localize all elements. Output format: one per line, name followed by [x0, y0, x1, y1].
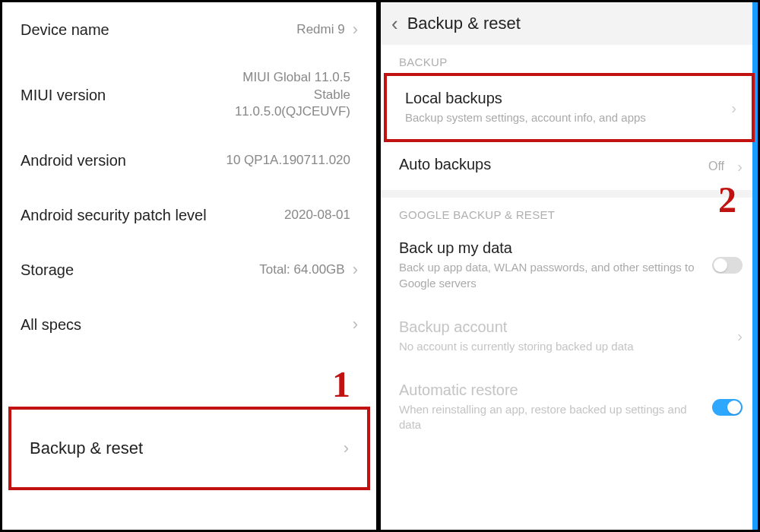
chevron-right-icon: ›: [353, 315, 358, 334]
row-storage[interactable]: Storage Total: 64.00GB ›: [2, 242, 376, 297]
subtitle: When reinstalling an app, restore backed…: [399, 402, 705, 433]
toggle-switch[interactable]: [712, 399, 743, 416]
divider: [381, 190, 758, 198]
subtitle: Backup system settings, account info, an…: [405, 110, 701, 125]
row-device-name[interactable]: Device name Redmi 9 ›: [2, 2, 376, 57]
value: 2020-08-01: [284, 207, 350, 224]
title: Backup account: [399, 318, 739, 336]
chevron-right-icon: ›: [737, 157, 743, 175]
spacer: [2, 352, 376, 407]
subtitle: Back up app data, WLAN passwords, and ot…: [399, 260, 705, 291]
chevron-right-icon: ›: [344, 439, 349, 458]
label: Android security patch level: [21, 207, 284, 224]
status-value: Off: [708, 160, 724, 173]
row-backup-reset[interactable]: Backup & reset ›: [8, 407, 370, 490]
title: Back up my data: [399, 239, 739, 257]
row-security-patch[interactable]: Android security patch level 2020-08-01: [2, 188, 376, 242]
row-automatic-restore[interactable]: Automatic restore When reinstalling an a…: [381, 368, 758, 447]
value: 10 QP1A.190711.020: [226, 152, 350, 169]
step-marker-2: 2: [718, 179, 736, 220]
section-google-backup: GOOGLE BACKUP & RESET: [381, 198, 758, 226]
backup-reset-pane: ‹ Backup & reset BACKUP Local backups Ba…: [381, 2, 758, 530]
value: Redmi 9: [296, 21, 344, 39]
label: MIUI version: [21, 87, 235, 104]
row-android-version[interactable]: Android version 10 QP1A.190711.020: [2, 133, 376, 188]
label: All specs: [21, 316, 353, 334]
value: MIUI Global 11.0.5 Stable 11.0.5.0(QJCEU…: [235, 69, 350, 122]
toggle-switch[interactable]: [712, 257, 743, 274]
row-all-specs[interactable]: All specs ›: [2, 297, 376, 352]
subtitle: No account is currently storing backed u…: [399, 339, 705, 354]
value: Total: 64.00GB: [259, 261, 344, 279]
chevron-right-icon: ›: [353, 260, 358, 280]
row-local-backups[interactable]: Local backups Backup system settings, ac…: [384, 73, 755, 142]
title: Automatic restore: [399, 382, 739, 399]
row-miui-version[interactable]: MIUI version MIUI Global 11.0.5 Stable 1…: [2, 57, 376, 133]
page-title: Backup & reset: [407, 14, 521, 33]
label: Device name: [21, 21, 296, 39]
row-backup-account[interactable]: Backup account No account is currently s…: [381, 305, 758, 368]
row-auto-backups[interactable]: Auto backups Off ›: [381, 142, 758, 190]
chevron-right-icon: ›: [737, 328, 743, 345]
chevron-right-icon: ›: [353, 20, 358, 40]
label: Android version: [21, 152, 226, 169]
step-marker-1: 1: [332, 363, 350, 405]
title: Local backups: [405, 90, 733, 107]
label: Backup & reset: [30, 439, 344, 458]
title: Auto backups: [399, 156, 739, 173]
section-backup: BACKUP: [381, 45, 758, 73]
row-back-up-my-data[interactable]: Back up my data Back up app data, WLAN p…: [381, 226, 758, 305]
chevron-right-icon: ›: [731, 99, 736, 116]
settings-about-pane: Device name Redmi 9 › MIUI version MIUI …: [2, 2, 376, 530]
back-icon[interactable]: ‹: [391, 12, 398, 36]
header-bar: ‹ Backup & reset: [381, 2, 758, 45]
label: Storage: [21, 261, 259, 279]
